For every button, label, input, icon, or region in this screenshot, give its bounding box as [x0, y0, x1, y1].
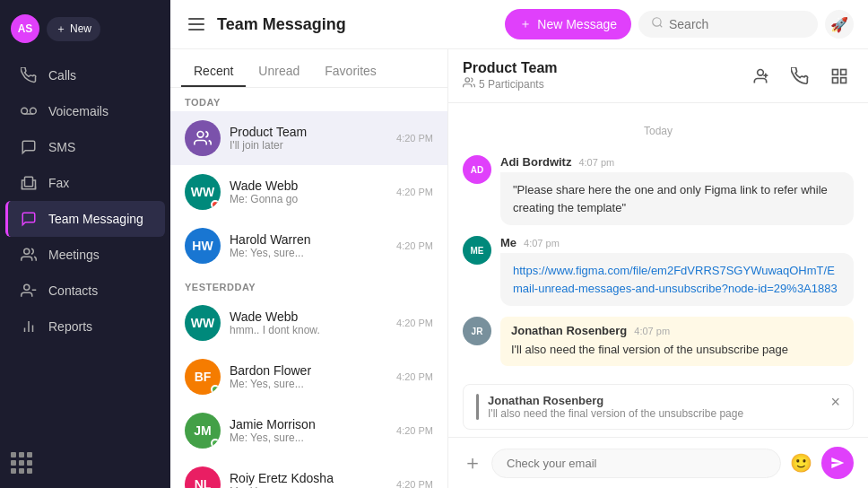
- add-participant-button[interactable]: [746, 62, 775, 91]
- participants-icon: [463, 76, 475, 92]
- chat-input[interactable]: [491, 449, 781, 478]
- message-bubble: Adi Bordwitz 4:07 pm "Please share here …: [500, 155, 854, 225]
- status-dot-red: [211, 200, 220, 209]
- sidebar-item-team-messaging[interactable]: Team Messaging: [5, 201, 165, 237]
- search-bar: [638, 11, 818, 38]
- plus-icon: ＋: [56, 22, 66, 37]
- avatar: WW: [185, 305, 221, 341]
- reply-close-button[interactable]: ×: [830, 394, 840, 410]
- avatar: WW: [185, 174, 221, 210]
- svg-point-4: [24, 248, 30, 254]
- conv-info: Wade Webb Me: Gonna go: [230, 179, 387, 205]
- conv-item-bardon-flower[interactable]: BF Bardon Flower Me: Yes, sure... 4:20 P…: [170, 350, 447, 404]
- tab-favorites[interactable]: Favorites: [312, 57, 389, 87]
- new-message-button[interactable]: ＋ New Message: [505, 9, 631, 39]
- topbar-left: Team Messaging: [185, 14, 346, 34]
- more-options-button[interactable]: [825, 62, 854, 91]
- sidebar-item-label: Team Messaging: [48, 212, 143, 226]
- hamburger-menu[interactable]: [185, 14, 208, 34]
- sidebar-item-contacts[interactable]: Contacts: [5, 273, 165, 309]
- svg-point-0: [22, 108, 28, 114]
- main-panel: Team Messaging ＋ New Message 🚀 Recent Un…: [170, 0, 868, 488]
- sidebar-item-meetings[interactable]: Meetings: [5, 237, 165, 273]
- sidebar-item-label: Fax: [48, 176, 69, 190]
- reply-bar: [476, 394, 479, 420]
- chat-title: Product Team: [463, 60, 746, 76]
- svg-rect-18: [841, 69, 846, 74]
- svg-rect-17: [833, 69, 838, 74]
- svg-rect-19: [833, 77, 838, 83]
- svg-rect-20: [841, 77, 846, 83]
- sidebar-item-reports[interactable]: Reports: [5, 309, 165, 344]
- section-today: TODAY: [170, 88, 447, 111]
- conv-info: Product Team I'll join later: [230, 125, 387, 152]
- svg-point-1: [30, 108, 37, 114]
- avatar: HW: [185, 228, 221, 264]
- sidebar-item-label: Contacts: [48, 283, 98, 298]
- message-link[interactable]: https://www.figma.com/file/em2FdVRRS7SGY…: [513, 264, 838, 295]
- topbar-right: ＋ New Message 🚀: [505, 9, 854, 39]
- app-title: Team Messaging: [217, 15, 346, 34]
- sidebar-bottom: [0, 445, 170, 481]
- conv-info: Harold Warren Me: Yes, sure...: [230, 232, 387, 259]
- conv-info: Roiy Eretz Kdosha Me: Yes, sure...: [230, 471, 387, 488]
- sidebar-item-label: Meetings: [48, 248, 100, 262]
- call-button[interactable]: [786, 62, 814, 91]
- sidebar-item-sms[interactable]: SMS: [5, 129, 165, 165]
- svg-line-11: [660, 25, 663, 28]
- sidebar-item-voicemails[interactable]: Voicemails: [5, 93, 165, 129]
- conv-tabs: Recent Unread Favorites: [170, 49, 447, 88]
- avatar: JM: [185, 413, 221, 449]
- chat-header-info: Product Team 5 Participants: [463, 60, 746, 92]
- avatar: [185, 120, 221, 156]
- message-text: I'll also need the final version of the …: [511, 341, 843, 359]
- emoji-button[interactable]: 🙂: [790, 452, 812, 474]
- send-button[interactable]: [821, 447, 854, 479]
- status-dot-green: [211, 439, 220, 448]
- conv-item-jamie-morrison[interactable]: JM Jamie Morrison Me: Yes, sure... 4:20 …: [170, 404, 447, 458]
- tab-unread[interactable]: Unread: [246, 57, 312, 87]
- message-text: https://www.figma.com/file/em2FdVRRS7SGY…: [500, 253, 854, 306]
- sidebar-item-label: Reports: [48, 319, 92, 334]
- rocket-button[interactable]: 🚀: [825, 10, 854, 39]
- date-divider: Today: [463, 125, 854, 137]
- section-yesterday: YESTERDDAY: [170, 273, 447, 296]
- avatar: AD: [463, 155, 491, 184]
- conv-item-roiy-eretz-kdosha[interactable]: NL Roiy Eretz Kdosha Me: Yes, sure... 4:…: [170, 458, 447, 488]
- sidebar-item-label: Voicemails: [48, 104, 108, 118]
- add-attachment-button[interactable]: ＋: [463, 449, 482, 476]
- message-row: JR Jonathan Rosenberg 4:07 pm I'll also …: [463, 317, 854, 366]
- chat-input-area: ＋ 🙂: [448, 437, 868, 488]
- svg-point-5: [24, 284, 30, 290]
- new-button[interactable]: ＋ New: [47, 17, 100, 41]
- sidebar-item-label: SMS: [48, 140, 75, 154]
- meetings-icon: [20, 246, 38, 264]
- sidebar-item-fax[interactable]: Fax: [5, 165, 165, 201]
- svg-point-13: [465, 78, 470, 83]
- sidebar: AS ＋ New Calls Voicemails SMS Fax Team: [0, 0, 170, 488]
- svg-point-10: [653, 18, 661, 26]
- message-header: Me 4:07 pm: [500, 236, 854, 249]
- tab-recent[interactable]: Recent: [181, 57, 246, 87]
- sidebar-header: AS ＋ New: [0, 7, 170, 57]
- conv-info: Bardon Flower Me: Yes, sure...: [230, 363, 387, 390]
- conv-item-product-team[interactable]: Product Team I'll join later 4:20 PM: [170, 111, 447, 165]
- conv-item-harold-warren[interactable]: HW Harold Warren Me: Yes, sure... 4:20 P…: [170, 219, 447, 273]
- chat-messages: Today AD Adi Bordwitz 4:07 pm "Please sh…: [448, 103, 868, 384]
- conv-info: Jamie Morrison Me: Yes, sure...: [230, 417, 387, 444]
- search-input[interactable]: [669, 17, 794, 31]
- avatar: JR: [463, 317, 491, 345]
- svg-rect-3: [25, 177, 33, 187]
- apps-grid-icon[interactable]: [11, 452, 160, 474]
- conv-item-wade-webb[interactable]: WW Wade Webb Me: Gonna go 4:20 PM: [170, 165, 447, 219]
- contacts-icon: [20, 282, 38, 300]
- conv-item-wade-webb-yesterday[interactable]: WW Wade Webb hmm.. I dont know. 4:20 PM: [170, 296, 447, 350]
- sidebar-item-label: Calls: [48, 68, 76, 83]
- fax-icon: [20, 174, 38, 192]
- user-avatar: AS: [11, 14, 39, 43]
- conv-info: Wade Webb hmm.. I dont know.: [230, 309, 387, 336]
- message-row: AD Adi Bordwitz 4:07 pm "Please share he…: [463, 155, 854, 225]
- topbar: Team Messaging ＋ New Message 🚀: [170, 0, 868, 49]
- plus-icon: ＋: [519, 16, 532, 32]
- sidebar-item-calls[interactable]: Calls: [5, 57, 165, 93]
